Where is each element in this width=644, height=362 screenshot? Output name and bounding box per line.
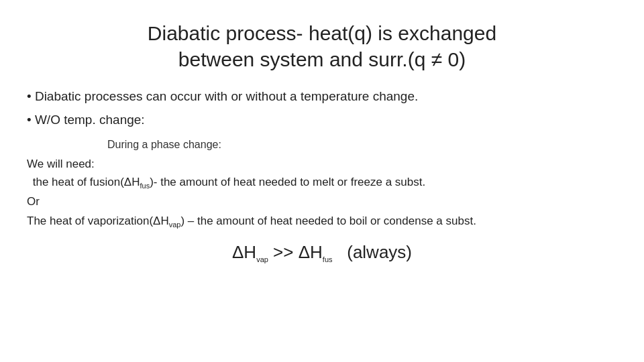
bullet-1: • Diabatic processes can occur with or w… <box>27 87 617 107</box>
final-equation: ΔHvap >> ΔHfus (always) <box>27 242 617 263</box>
bullet-2-container: • W/O temp. change: <box>27 111 617 131</box>
delta-hfus: ΔHfus <box>299 242 333 262</box>
bullet-2: • W/O temp. change: <box>27 111 617 130</box>
gg-symbol: >> <box>273 242 299 262</box>
always-label: (always) <box>337 242 412 262</box>
delta-hvap: ΔHvap <box>232 242 268 262</box>
slide-title: Diabatic process- heat(q) is exchanged b… <box>27 20 617 72</box>
title-line2: between system and surr.(q ≠ 0) <box>178 48 466 70</box>
title-line1: Diabatic process- heat(q) is exchanged <box>148 22 496 44</box>
or-line: Or <box>27 192 40 212</box>
slide: Diabatic process- heat(q) is exchanged b… <box>0 0 644 362</box>
bullet-1-container: • Diabatic processes can occur with or w… <box>27 87 617 108</box>
vap-line: The heat of vaporization(ΔHvap) – the am… <box>27 212 476 231</box>
we-will-need: We will need: <box>27 155 95 173</box>
phase-change-label: During a phase change: <box>107 136 221 154</box>
heat-fusion-line: the heat of fusion(ΔHfus)- the amount of… <box>30 173 425 192</box>
